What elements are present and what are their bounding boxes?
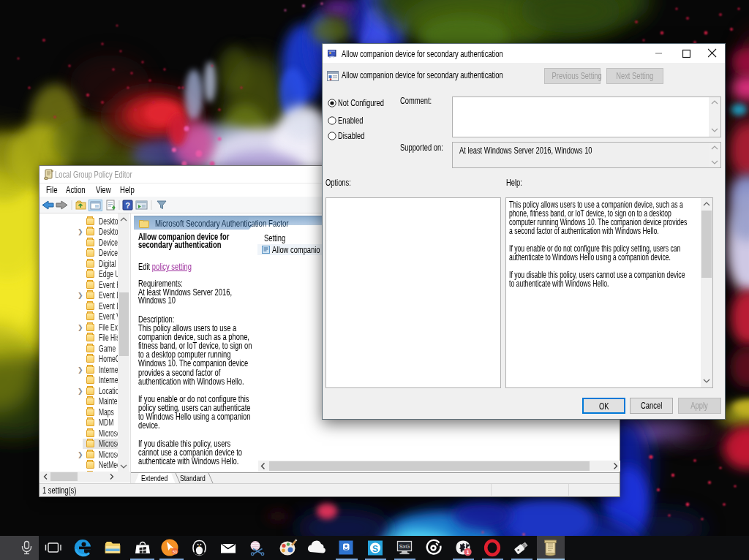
svg-text:?: ? (125, 201, 130, 210)
svg-text:S: S (372, 544, 378, 554)
svg-text:SxG: SxG (399, 543, 410, 550)
svg-text:1: 1 (466, 549, 469, 556)
svg-text:50: 50 (173, 550, 177, 554)
